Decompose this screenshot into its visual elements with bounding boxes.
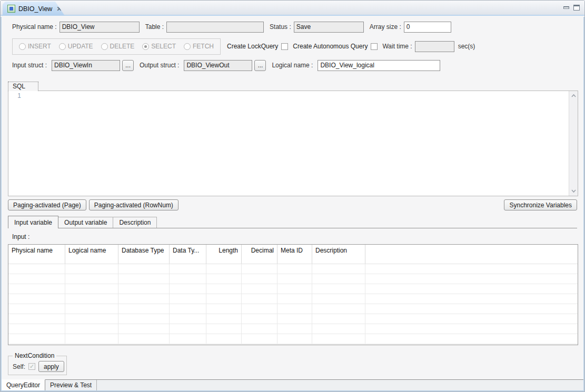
- sql-scrollbar[interactable]: [569, 91, 578, 196]
- col-decimal[interactable]: Decimal: [242, 245, 277, 264]
- col-data-type[interactable]: Data Ty...: [170, 245, 206, 264]
- input-variables-table: Physical name Logical name Database Type…: [8, 244, 578, 345]
- radio-insert[interactable]: INSERT: [19, 43, 51, 50]
- radio-delete[interactable]: DELETE: [101, 43, 135, 50]
- table-row[interactable]: [8, 334, 578, 344]
- radio-fetch-icon: [184, 43, 191, 50]
- radio-insert-icon: [19, 43, 26, 50]
- editor-mode-tab-strip: QueryEditor Preview & Test: [2, 379, 583, 390]
- logical-name-label: Logical name :: [272, 62, 313, 69]
- sql-line-number: 1: [8, 92, 21, 99]
- table-row[interactable]: [8, 294, 578, 304]
- table-row[interactable]: [8, 274, 578, 284]
- logical-name-field[interactable]: [318, 60, 440, 71]
- col-filler: [365, 245, 578, 264]
- create-lockquery-option: Create LockQuery: [227, 43, 288, 50]
- radio-update[interactable]: UPDATE: [59, 43, 93, 50]
- editor-tab-bar: DBIO_View ✕: [1, 1, 584, 16]
- radio-select-icon: [142, 43, 149, 50]
- self-label: Self:: [13, 363, 25, 370]
- create-autonomous-option: Create Autonomous Query: [293, 43, 378, 50]
- physical-name-field: [60, 22, 140, 33]
- input-struct-field: [52, 60, 120, 71]
- status-field: [294, 22, 364, 33]
- col-meta-id[interactable]: Meta ID: [277, 245, 312, 264]
- synchronize-variables-button[interactable]: Synchronize Variables: [504, 199, 577, 210]
- tab-input-variable[interactable]: Input variable: [8, 216, 58, 228]
- create-lockquery-checkbox[interactable]: [281, 43, 288, 50]
- close-icon[interactable]: ✕: [56, 6, 62, 12]
- wait-time-label: Wait time :: [382, 43, 412, 50]
- next-condition-legend: NextCondition: [13, 352, 56, 359]
- table-header-row: Physical name Logical name Database Type…: [8, 245, 578, 264]
- input-struct-browse-button[interactable]: ...: [122, 60, 134, 71]
- view-controls: [563, 5, 580, 11]
- paging-rownum-button[interactable]: Paging-activated (RowNum): [89, 199, 179, 210]
- query-type-group: INSERT UPDATE DELETE SELECT FETCH: [12, 38, 221, 55]
- table-row[interactable]: [8, 314, 578, 324]
- col-logical-name[interactable]: Logical name: [65, 245, 118, 264]
- self-checkbox: ✓: [28, 363, 35, 370]
- radio-update-icon: [59, 43, 66, 50]
- tab-description[interactable]: Description: [113, 217, 157, 228]
- table-row[interactable]: [8, 264, 578, 274]
- minimize-icon[interactable]: [563, 6, 569, 9]
- query-editor-content: Physical name : Table : Status : Array s…: [1, 17, 584, 391]
- wait-time-field: [415, 41, 454, 52]
- output-struct-browse-button[interactable]: ...: [254, 60, 266, 71]
- col-database-type[interactable]: Database Type: [118, 245, 170, 264]
- tab-preview-test[interactable]: Preview & Test: [45, 380, 97, 390]
- maximize-icon[interactable]: [573, 5, 580, 11]
- create-autonomous-label: Create Autonomous Query: [293, 43, 368, 50]
- radio-fetch[interactable]: FETCH: [184, 43, 214, 50]
- input-struct-label: Input struct :: [12, 62, 47, 69]
- dbio-file-icon: [7, 5, 15, 13]
- create-lockquery-label: Create LockQuery: [227, 43, 278, 50]
- input-section-label: Input :: [12, 233, 29, 240]
- dbio-editor-window: DBIO_View ✕ Physical name : Table : Stat…: [0, 0, 585, 392]
- paging-button-row: Paging-activated (Page) Paging-activated…: [8, 199, 577, 210]
- status-label: Status :: [270, 23, 291, 31]
- table-row[interactable]: [8, 304, 578, 314]
- table-field: [166, 22, 264, 33]
- apply-button[interactable]: apply: [38, 361, 64, 372]
- sql-editor[interactable]: 1: [8, 91, 578, 196]
- array-size-label: Array size :: [370, 23, 401, 31]
- paging-page-button[interactable]: Paging-activated (Page): [8, 199, 86, 210]
- tab-queryeditor[interactable]: QueryEditor: [2, 379, 45, 390]
- output-struct-field: [184, 60, 252, 71]
- tab-output-variable[interactable]: Output variable: [58, 217, 113, 228]
- array-size-field[interactable]: [404, 22, 451, 33]
- col-description[interactable]: Description: [312, 245, 365, 264]
- name-status-row: Physical name : Table : Status : Array s…: [12, 21, 578, 33]
- variables-table-body: [8, 264, 578, 344]
- col-length[interactable]: Length: [206, 245, 242, 264]
- variable-tab-strip: Input variable Output variable Descripti…: [8, 216, 577, 228]
- next-condition-group: NextCondition Self: ✓ apply: [8, 352, 67, 375]
- col-physical-name[interactable]: Physical name: [8, 245, 65, 264]
- tab-dbio-view[interactable]: DBIO_View ✕: [3, 2, 65, 16]
- table-row[interactable]: [8, 324, 578, 334]
- query-options-row: INSERT UPDATE DELETE SELECT FETCH Create…: [12, 38, 578, 55]
- output-struct-label: Output struct :: [140, 62, 179, 69]
- wait-time-unit: sec(s): [458, 43, 475, 50]
- struct-row: Input struct : ... Output struct : ... L…: [12, 59, 578, 71]
- sql-section-tab[interactable]: SQL: [8, 82, 38, 91]
- physical-name-label: Physical name :: [12, 23, 57, 31]
- table-row[interactable]: [8, 284, 578, 294]
- create-autonomous-checkbox[interactable]: [371, 43, 378, 50]
- chevron-up-icon[interactable]: [569, 92, 578, 100]
- editor-tab-title: DBIO_View: [18, 5, 52, 13]
- chevron-down-icon[interactable]: [569, 187, 578, 195]
- radio-select[interactable]: SELECT: [142, 43, 176, 50]
- radio-delete-icon: [101, 43, 108, 50]
- table-label: Table :: [145, 23, 164, 31]
